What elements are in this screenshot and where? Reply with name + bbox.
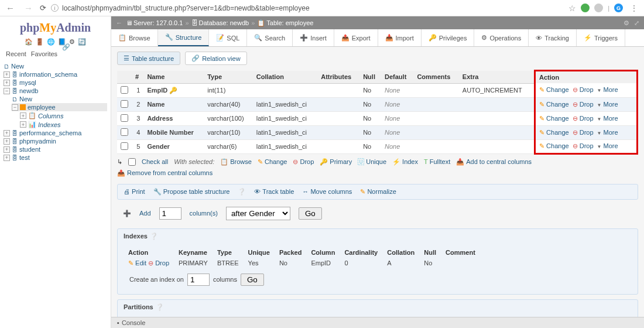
move-link[interactable]: ↔ Move columns: [302, 188, 352, 195]
more-link[interactable]: ▼ More: [597, 115, 618, 122]
profile-icon[interactable]: G: [614, 4, 623, 12]
tab-triggers[interactable]: ⚡Triggers: [577, 29, 625, 46]
tab-operations[interactable]: ⚙Operations: [474, 29, 529, 46]
bulk-unique[interactable]: 🇺Unique: [358, 158, 386, 165]
row-checkbox[interactable]: [121, 86, 128, 94]
address-bar[interactable]: i localhost/phpmyadmin/tbl_structure.php…: [51, 4, 564, 12]
index-drop[interactable]: ⊖ Drop: [148, 259, 169, 266]
change-link[interactable]: ✎ Change: [539, 86, 569, 93]
create-index-count[interactable]: [187, 274, 210, 286]
normalize-link[interactable]: ✎ Normalize: [360, 188, 396, 196]
menu-icon[interactable]: ⋮: [628, 4, 640, 13]
add-count-input[interactable]: [159, 207, 181, 220]
reload-button[interactable]: ⟳: [40, 4, 46, 12]
bulk-fulltext[interactable]: TFulltext: [424, 158, 450, 165]
tab-tracking[interactable]: 👁Tracking: [529, 29, 577, 46]
bulk-index[interactable]: ⚡Index: [392, 158, 418, 166]
tab-sql[interactable]: 📝SQL: [209, 29, 247, 46]
tree-db[interactable]: +🗄test: [4, 153, 107, 162]
drop-link[interactable]: ⊖ Drop: [573, 129, 594, 136]
row-checkbox[interactable]: [121, 100, 128, 108]
relation-icon: 🔗: [191, 54, 200, 62]
tree-db-newdb[interactable]: −🗄newdb: [4, 87, 107, 95]
more-link[interactable]: ▼ More: [597, 101, 618, 108]
row-checkbox[interactable]: [121, 142, 128, 150]
breadcrumb-table[interactable]: employee: [286, 19, 314, 26]
tab-search[interactable]: 🔍Search: [247, 29, 293, 46]
tree-db[interactable]: +🗄information_schema: [4, 70, 107, 78]
help-icon[interactable]: ❔: [150, 233, 158, 240]
home-icon[interactable]: 🏠: [25, 38, 33, 45]
propose-link[interactable]: 🔧 Propose table structure: [153, 188, 230, 196]
check-all-link[interactable]: Check all: [142, 158, 168, 165]
tree-new-table[interactable]: 🗋New: [12, 95, 107, 103]
tree-columns[interactable]: +📋Columns: [20, 111, 107, 120]
bulk-browse[interactable]: 📋Browse: [220, 158, 252, 166]
column-row: 2Namevarchar(40)latin1_swedish_ciNoNone✎…: [117, 97, 638, 111]
more-link[interactable]: ▼ More: [597, 129, 618, 136]
link-icon[interactable]: 🔗: [62, 43, 70, 57]
track-link[interactable]: 👁 Track table: [254, 188, 294, 195]
drop-link[interactable]: ⊖ Drop: [573, 101, 594, 108]
sidebar-tab-favorites[interactable]: Favorites: [31, 50, 57, 57]
console-bar[interactable]: ▪ Console: [111, 317, 644, 328]
tab-import[interactable]: 📥Import: [378, 29, 422, 46]
change-link[interactable]: ✎ Change: [539, 129, 569, 136]
drop-icon: ⊖: [573, 86, 578, 93]
settings-icon[interactable]: ⚙: [624, 19, 629, 27]
expand-icon[interactable]: ⤢: [634, 19, 639, 27]
change-link[interactable]: ✎ Change: [539, 142, 569, 149]
tree-db[interactable]: +🗄mysql: [4, 78, 107, 87]
tree-table-employee[interactable]: −employee: [12, 103, 107, 111]
bulk-change[interactable]: ✎Change: [258, 158, 287, 166]
add-position-select[interactable]: after Gender: [226, 207, 290, 220]
reload-icon[interactable]: 🔄: [78, 38, 86, 45]
create-index-go[interactable]: Go: [241, 274, 264, 286]
tree-db[interactable]: +🗄phpmyadmin: [4, 137, 107, 145]
drop-icon: ⊖: [573, 142, 578, 149]
print-link[interactable]: 🖨 Print: [124, 188, 145, 195]
bookmark-icon[interactable]: ☆: [568, 4, 576, 13]
bulk-add-central[interactable]: 📥Add to central columns: [456, 158, 532, 166]
idx-header: Keyname: [174, 247, 213, 258]
subtab-table-structure[interactable]: ☰Table structure: [117, 52, 180, 65]
extension-icon-2[interactable]: [594, 4, 603, 12]
drop-link[interactable]: ⊖ Drop: [573, 115, 594, 122]
change-link[interactable]: ✎ Change: [539, 115, 569, 122]
bulk-primary[interactable]: 🔑Primary: [320, 158, 352, 166]
forward-button[interactable]: →: [22, 3, 35, 13]
back-button[interactable]: ←: [4, 3, 17, 13]
tree-db[interactable]: +🗄student: [4, 145, 107, 153]
breadcrumb-server[interactable]: 127.0.0.1: [156, 19, 183, 26]
drop-link[interactable]: ⊖ Drop: [573, 86, 594, 93]
index-edit[interactable]: ✎ Edit: [128, 259, 146, 266]
globe-icon[interactable]: 🌐: [47, 38, 55, 45]
row-checkbox[interactable]: [121, 114, 128, 122]
tab-privileges[interactable]: 🔑Privileges: [422, 29, 475, 46]
tree-new[interactable]: 🗋New: [4, 62, 107, 70]
tab-insert[interactable]: ➕Insert: [293, 29, 334, 46]
tree-db[interactable]: +🗄performance_schema: [4, 129, 107, 137]
more-link[interactable]: ▼ More: [597, 142, 618, 149]
bulk-drop[interactable]: ⊖Drop: [293, 158, 314, 166]
tab-browse[interactable]: 📋Browse: [111, 29, 158, 46]
change-link[interactable]: ✎ Change: [539, 101, 569, 108]
checkall-checkbox[interactable]: [128, 158, 136, 166]
help-icon[interactable]: ❔: [156, 303, 164, 311]
row-checkbox[interactable]: [121, 128, 128, 136]
tab-structure[interactable]: 🔧Structure: [158, 29, 210, 46]
add-go-button[interactable]: Go: [299, 207, 322, 220]
logo[interactable]: phpMyAdmin: [4, 19, 107, 37]
breadcrumb-toggle[interactable]: ←: [116, 19, 122, 26]
more-link[interactable]: ▼ More: [597, 86, 618, 93]
tab-export[interactable]: 📤Export: [334, 29, 378, 46]
bulk-remove-central[interactable]: 📤 Remove from central columns: [117, 169, 213, 176]
help-icon[interactable]: ❔: [238, 188, 246, 196]
breadcrumb-db[interactable]: newdb: [230, 19, 249, 26]
extension-icon-1[interactable]: [581, 4, 590, 12]
exit-icon[interactable]: 🚪: [36, 38, 44, 45]
subtab-relation-view[interactable]: 🔗Relation view: [185, 52, 246, 65]
tree-indexes[interactable]: +📊Indexes: [20, 120, 107, 129]
sidebar-tab-recent[interactable]: Recent: [6, 50, 26, 57]
drop-link[interactable]: ⊖ Drop: [573, 142, 594, 149]
